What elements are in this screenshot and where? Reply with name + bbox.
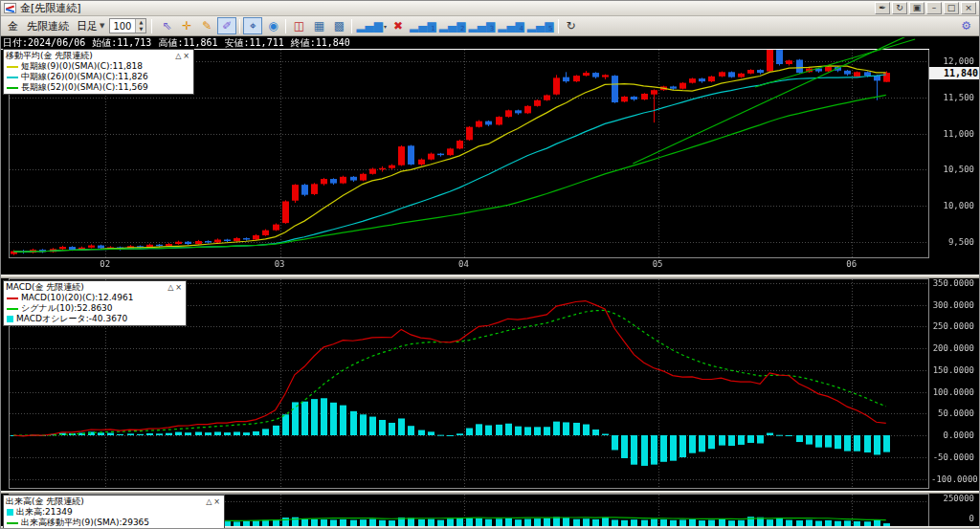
macd-axis-label: 200.0000 [931, 343, 977, 353]
pencil-icon[interactable]: ✎ [197, 17, 216, 34]
settings-wrench-icon[interactable]: ⚙ [961, 19, 975, 33]
price-axis-label: 10,500 [931, 165, 977, 174]
toolbar: 金 先限連続 日足 ▼ 100 ▲ ▼ ⇖✛✎✐⌖◉◫▦▩▂▄▆▾✖▂▄▆1▂▄… [1, 16, 979, 36]
jump-latest-icon[interactable]: ◉ [263, 17, 282, 34]
chart-type-icon[interactable]: ▂▄▆▾ [355, 17, 388, 34]
clear-indicator-icon[interactable]: ✖ [389, 17, 408, 34]
volume-axis-label: 250000 [931, 494, 977, 503]
macd-signal-swatch [7, 308, 18, 310]
month-axis-label: 02 [100, 259, 110, 269]
maximize-button[interactable]: □ [944, 2, 959, 14]
volume-legend: 出来高(金 先限連続) △ × 出来高:21349 出来高移動平均(9)(SMA… [3, 495, 225, 529]
macd-axis-label: 0.0000 [931, 430, 977, 440]
month-axis-label: 05 [653, 259, 663, 269]
series-label[interactable]: 先限連続 [24, 19, 72, 33]
volume-label: 出来高:21349 [16, 507, 73, 518]
price-axis-label: 11,000 [931, 129, 977, 139]
legend-close-button[interactable]: × [212, 496, 221, 507]
toolbar-separator [285, 19, 286, 33]
sma-mid-swatch [7, 77, 18, 78]
macd-axis-label: 300.0000 [931, 300, 977, 310]
ma-legend-title: 移動平均(金 先限連続) [6, 51, 174, 61]
legend-close-button[interactable]: × [174, 282, 183, 293]
volume-axis-label: 0 [931, 514, 977, 523]
legend-collapse-button[interactable]: △ [167, 282, 174, 293]
last-price-box: 11,840 [929, 67, 980, 79]
sma-short-swatch [7, 66, 18, 68]
toolbar-separator [239, 19, 240, 33]
macd-osc-label: MACDオシレータ:-40.3670 [16, 314, 127, 324]
price-axis-label: 12,000 [931, 56, 977, 66]
toolbar-separator [351, 19, 352, 33]
month-axis-label: 06 [846, 259, 857, 269]
grid-dense-icon[interactable]: ▩ [329, 17, 348, 34]
pin-icon[interactable]: ✒ [875, 2, 890, 14]
macd-line-label: MACD(10)(20)(C):12.4961 [21, 293, 133, 303]
legend-close-button[interactable]: × [182, 51, 190, 61]
macd-axis-label: 150.0000 [931, 365, 977, 375]
chart-window: 金[先限連続] ✒↻▣–□× 金 先限連続 日足 ▼ 100 ▲ ▼ ⇖✛✎✐⌖… [0, 0, 980, 529]
sma-mid-label: 中期線(26)(0)(SMA)(C):11,826 [21, 72, 148, 82]
macd-axis-label: 100.0000 [931, 387, 977, 397]
legend-collapse-button[interactable]: △ [174, 51, 182, 61]
macd-axis-label: -50.0000 [931, 452, 977, 462]
ohlc-info-bar: 日付:2024/06/06始値:11,713高値:11,861安値:11,711… [1, 37, 929, 49]
indicator-5-icon[interactable]: ▂▄▆5 [526, 17, 555, 34]
reload-icon[interactable]: ↻ [562, 17, 581, 34]
toolbar-separator [151, 19, 152, 33]
month-axis-label: 03 [275, 259, 285, 269]
macd-legend-title: MACD(金 先限連続) [6, 282, 167, 293]
crosshair-chart-icon[interactable]: ⌖ [243, 17, 262, 34]
month-axis-label: 04 [458, 259, 469, 269]
info-field-安値: 安値:11,711 [225, 37, 284, 48]
spin-down-icon[interactable]: ▼ [136, 26, 145, 33]
macd-osc-swatch [7, 316, 13, 322]
bar-count-value: 100 [110, 21, 135, 32]
macd-axis-label: 250.0000 [931, 321, 977, 331]
grid-lines-icon[interactable]: ▦ [309, 17, 328, 34]
info-field-高値: 高値:11,861 [158, 37, 217, 48]
sma-long-swatch [7, 87, 18, 89]
legend-collapse-button[interactable]: △ [205, 496, 212, 507]
marker-pen-icon[interactable]: ✐ [217, 17, 236, 34]
window-title: 金[先限連続] [20, 1, 81, 15]
sma-long-label: 長期線(52)(0)(SMA)(C):11,569 [21, 82, 148, 93]
indicator-2-icon[interactable]: ▂▄▆2 [438, 17, 467, 34]
toolbar-separator [558, 19, 559, 33]
pan-hand-icon[interactable]: ✛ [177, 17, 196, 34]
select-cursor-icon[interactable]: ⇖ [157, 17, 176, 34]
macd-line-swatch [7, 298, 18, 299]
volume-ma-label: 出来高移動平均(9)(SMA):29365 [21, 518, 149, 528]
instrument-label[interactable]: 金 [5, 19, 21, 33]
macd-axis-label: 350.0000 [931, 278, 977, 288]
new-chart-window-icon[interactable]: ◫ [289, 17, 308, 34]
volume-legend-title: 出来高(金 先限連続) [6, 496, 205, 507]
app-icon [4, 3, 16, 13]
volume-ma-swatch [7, 522, 18, 524]
macd-axis-label: 50.0000 [931, 408, 977, 418]
bar-count-stepper[interactable]: 100 ▲ ▼ [109, 18, 146, 33]
info-field-日付: 日付:2024/06/06 [3, 37, 85, 48]
indicator-4-icon[interactable]: ▂▄▆4 [497, 17, 525, 34]
volume-swatch [7, 509, 13, 516]
macd-legend: MACD(金 先限連続) △ × MACD(10)(20)(C):12.4961… [3, 280, 187, 326]
title-bar[interactable]: 金[先限連続] ✒↻▣–□× [1, 1, 979, 16]
spin-up-icon[interactable]: ▲ [136, 19, 145, 26]
price-axis-label: 11,500 [931, 93, 977, 102]
minimize-button[interactable]: – [926, 2, 942, 14]
info-field-終値: 終値:11,840 [291, 37, 350, 48]
macd-axis-label: -100.0000 [931, 474, 977, 484]
new-window-icon[interactable]: ▣ [909, 2, 924, 14]
timeframe-value: 日足 [77, 19, 98, 33]
refresh-window-icon[interactable]: ↻ [892, 2, 907, 14]
indicator-3-icon[interactable]: ▂▄▆3 [467, 17, 496, 34]
timeframe-dropdown[interactable]: 日足 ▼ [75, 19, 106, 33]
macd-signal-label: シグナル(10):52.8630 [21, 303, 113, 314]
sma-short-label: 短期線(9)(0)(SMA)(C):11,818 [21, 61, 143, 72]
info-field-始値: 始値:11,713 [92, 37, 151, 48]
ma-legend: 移動平均(金 先限連続) △ × 短期線(9)(0)(SMA)(C):11,81… [3, 49, 194, 95]
chevron-down-icon: ▼ [100, 22, 104, 30]
indicator-1-icon[interactable]: ▂▄▆1 [409, 17, 437, 34]
close-button[interactable]: × [961, 2, 976, 14]
price-axis-label: 9,500 [931, 237, 977, 247]
